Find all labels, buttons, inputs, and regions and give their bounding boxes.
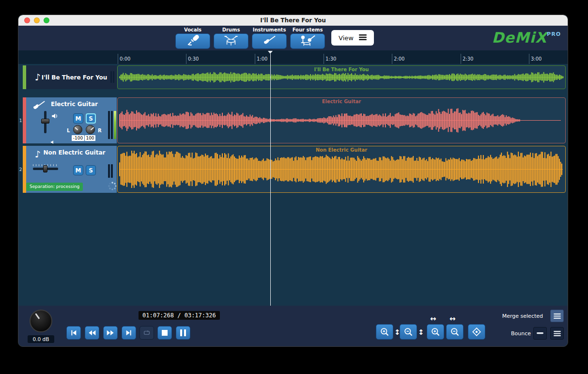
- view-button[interactable]: View: [331, 30, 374, 46]
- zoom-in-horizontal-button[interactable]: [427, 324, 444, 340]
- track-header-master[interactable]: ♪ I'll Be There For You: [26, 65, 117, 89]
- stem-vocals: Vocals: [175, 27, 210, 49]
- stem-instruments-label: Instruments: [253, 27, 286, 33]
- stem-instruments: Instruments: [252, 27, 287, 49]
- menu-icon: [359, 34, 367, 42]
- music-note-icon: ♪: [35, 72, 41, 82]
- stop-icon: [161, 329, 168, 336]
- audio-clip-non-electric-guitar[interactable]: Non Electric Guitar: [117, 146, 566, 193]
- skip-to-start-icon: [70, 329, 77, 337]
- drums-button[interactable]: [214, 33, 248, 49]
- guitar-icon: [263, 35, 276, 47]
- zoom-fit-icon: [471, 327, 482, 337]
- zoom-out-vertical-button[interactable]: [400, 324, 417, 340]
- fast-forward-icon: [106, 329, 115, 337]
- processing-spinner-icon: [108, 181, 117, 193]
- level-meter: [108, 164, 110, 178]
- skip-to-end-icon: [125, 329, 133, 337]
- horizontal-arrows-icon: ↔: [449, 314, 456, 323]
- waveform: [118, 146, 565, 192]
- pause-button[interactable]: [176, 326, 190, 340]
- solo-button[interactable]: S: [86, 165, 96, 175]
- stem-buttons: Vocals Drums: [175, 27, 325, 49]
- track-number: 2: [18, 146, 23, 193]
- pan-left-knob[interactable]: [73, 125, 82, 134]
- four-stems-button[interactable]: [290, 33, 325, 49]
- rewind-button[interactable]: [85, 326, 99, 340]
- four-stems-icon: [300, 34, 316, 48]
- playhead[interactable]: [270, 54, 271, 306]
- horizontal-slider-handle[interactable]: [43, 165, 47, 172]
- ruler-tick: 2:00: [392, 54, 404, 64]
- track-header-non-electric-guitar[interactable]: ♪ Non Electric Guitar M S Separation: pr…: [26, 146, 117, 193]
- pause-icon: [180, 329, 186, 336]
- zoom-out-icon: [403, 327, 414, 337]
- bounce-minus-button[interactable]: [533, 327, 547, 340]
- track-header-electric-guitar[interactable]: Electric Guitar M S L R -100 100: [26, 97, 117, 143]
- ruler-tick: 3:00: [529, 54, 542, 64]
- pan-right-value[interactable]: 100: [85, 135, 95, 141]
- fast-forward-button[interactable]: [103, 326, 118, 340]
- stem-four-stems-label: Four stems: [293, 27, 323, 33]
- zoom-fit-button[interactable]: [468, 324, 485, 340]
- loop-icon: [142, 329, 151, 337]
- merge-menu-button[interactable]: [550, 310, 564, 322]
- track-color-strip: [23, 97, 26, 143]
- stem-four-stems: Four stems: [290, 27, 325, 49]
- loop-button[interactable]: [139, 326, 154, 340]
- menu-icon: [554, 330, 561, 337]
- level-meter: [113, 71, 114, 83]
- stem-drums-label: Drums: [222, 27, 240, 33]
- merge-selected-label: Merge selected: [502, 313, 543, 319]
- track-number: 1: [18, 97, 23, 143]
- vertical-arrows-icon: ↕: [418, 328, 424, 337]
- playhead-marker[interactable]: [268, 51, 273, 54]
- zoom-in-vertical-button[interactable]: [376, 324, 393, 340]
- zoom-out-icon: [450, 327, 460, 337]
- instruments-button[interactable]: [252, 33, 287, 49]
- pan-right-label: R: [98, 128, 102, 133]
- window-title: I'll Be There For You: [18, 15, 568, 26]
- stop-button[interactable]: [157, 326, 172, 340]
- time-display: 01:07:268 / 03:17:326: [139, 311, 220, 320]
- rewind-icon: [88, 329, 96, 337]
- track-name: Electric Guitar: [43, 101, 106, 108]
- titlebar: I'll Be There For You: [18, 15, 568, 26]
- stem-vocals-label: Vocals: [184, 27, 201, 33]
- bounce-menu-button[interactable]: [550, 327, 564, 340]
- pan-left-label: L: [67, 128, 70, 133]
- audio-clip-master[interactable]: I'll Be There For You: [117, 65, 566, 89]
- volume-fader-handle[interactable]: [41, 119, 49, 124]
- clip-label: Electric Guitar: [118, 99, 565, 104]
- music-note-icon: ♪: [35, 149, 41, 159]
- zoom-in-icon: [380, 327, 390, 337]
- ruler-band: 0:00 0:30 1:00 1:30 2:00 2:30 3:00: [18, 50, 568, 64]
- clip-label: I'll Be There For You: [118, 67, 565, 72]
- toolbar: Vocals Drums: [18, 26, 568, 50]
- separation-status-badge: Separation: processing: [26, 183, 83, 191]
- transport-bar: 0.0 dB 01:07:268 / 03:17:326: [18, 306, 568, 346]
- track-row-master: ♪ I'll Be There For You I'll Be There Fo…: [18, 65, 568, 89]
- master-volume-value: 0.0 dB: [28, 335, 54, 343]
- ruler-tick: 0:30: [186, 54, 199, 64]
- level-meter: [111, 111, 113, 139]
- master-volume-knob[interactable]: [30, 310, 52, 332]
- app-window: I'll Be There For You Vocals Drums: [18, 15, 568, 347]
- skip-to-start-button[interactable]: [66, 326, 81, 340]
- vocals-button[interactable]: [175, 33, 210, 49]
- timeline-ruler[interactable]: 0:00 0:30 1:00 1:30 2:00 2:30 3:00: [115, 54, 568, 64]
- level-meter: [110, 71, 112, 83]
- solo-button[interactable]: S: [86, 113, 96, 124]
- audio-clip-electric-guitar[interactable]: Electric Guitar: [117, 97, 566, 143]
- pan-right-knob[interactable]: [86, 125, 95, 134]
- zoom-out-horizontal-button[interactable]: [446, 324, 464, 340]
- track-name: Non Electric Guitar: [43, 149, 106, 156]
- mute-button[interactable]: M: [73, 113, 83, 124]
- minus-icon: [537, 332, 543, 334]
- waveform: [118, 98, 565, 143]
- skip-to-end-button[interactable]: [122, 326, 136, 340]
- view-button-label: View: [339, 34, 354, 42]
- pan-left-value[interactable]: -100: [72, 135, 84, 141]
- microphone-icon: [186, 34, 199, 48]
- mute-button[interactable]: M: [73, 165, 83, 175]
